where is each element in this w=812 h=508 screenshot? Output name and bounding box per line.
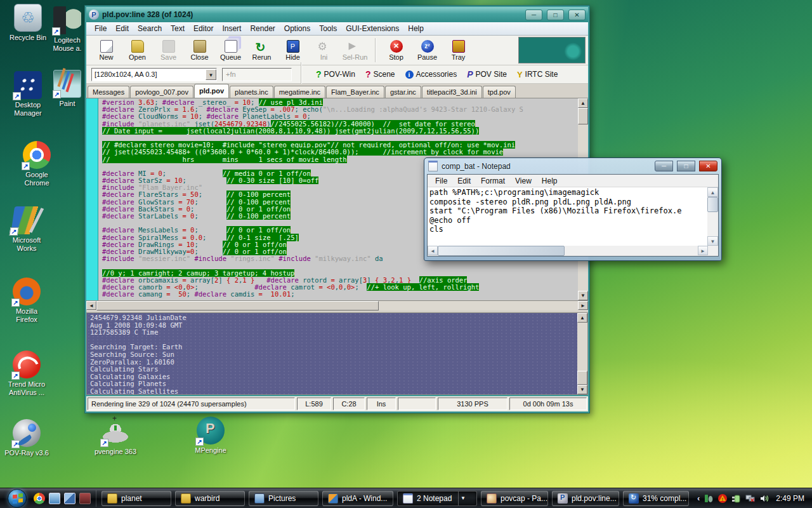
close-button[interactable]: ✕ <box>568 10 586 20</box>
link-accessories[interactable]: iAccessories <box>400 70 462 79</box>
power-plug-icon[interactable] <box>731 493 742 504</box>
menu-search[interactable]: Search <box>133 23 166 34</box>
rerun-button[interactable]: Rerun <box>247 37 277 64</box>
menu-help[interactable]: Help <box>403 23 428 34</box>
notepad-horizontal-scrollbar[interactable]: ◄ ► <box>428 246 718 256</box>
menu-format[interactable]: Format <box>476 175 510 187</box>
menu-gui-extensions[interactable]: GUI-Extensions <box>341 23 403 34</box>
scroll-up-icon[interactable]: ▲ <box>577 313 587 323</box>
menu-help[interactable]: Help <box>537 175 563 187</box>
close-button[interactable]: Close <box>185 37 214 64</box>
taskbar-button-31-compl-[interactable]: 31% compl... <box>623 491 689 506</box>
taskbar-button-planet[interactable]: planet <box>102 491 171 506</box>
dropdown-arrow-icon[interactable]: ▼ <box>206 69 216 80</box>
stop-button[interactable]: ✕Stop <box>381 37 411 64</box>
menu-file[interactable]: File <box>90 23 111 34</box>
scroll-down-icon[interactable]: ▼ <box>577 385 587 394</box>
taskbar-button-2-notepad[interactable]: 2 Notepad▼ <box>397 491 477 506</box>
queue-button[interactable]: Queue <box>216 37 246 64</box>
quicklaunch-chrome-icon[interactable] <box>34 493 45 504</box>
scrollbar-thumb[interactable] <box>577 371 587 385</box>
link-pov-win[interactable]: ?POV-Win <box>311 69 360 79</box>
menu-file[interactable]: File <box>430 175 452 187</box>
tab-flam_bayer.inc[interactable]: Flam_Bayer.inc <box>326 86 384 98</box>
menu-tools[interactable]: Tools <box>315 23 341 34</box>
scroll-up-icon[interactable]: ▲ <box>707 187 718 197</box>
tab-megatime.inc[interactable]: megatime.inc <box>274 86 325 98</box>
scroll-up-icon[interactable]: ▲ <box>578 98 588 108</box>
tab-titlepacif3_3d.ini[interactable]: titlepacif3_3d.ini <box>422 86 482 98</box>
logitech-tray-icon[interactable] <box>704 493 714 504</box>
desktop-icon-pvengine[interactable]: pvengine 363 <box>90 418 141 456</box>
scroll-left-icon[interactable]: ◄ <box>86 301 96 310</box>
messages-vertical-scrollbar[interactable]: ▲ ▼ <box>577 313 587 394</box>
scrollbar-track[interactable] <box>577 323 587 371</box>
menu-edit[interactable]: Edit <box>111 23 133 34</box>
scroll-right-icon[interactable]: ► <box>698 246 708 255</box>
resize-grip[interactable] <box>708 246 718 255</box>
open-button[interactable]: Open <box>122 37 152 64</box>
menu-view[interactable]: View <box>510 175 537 187</box>
editor-horizontal-scrollbar[interactable]: ◄ ► <box>86 300 588 311</box>
menu-insert[interactable]: Insert <box>218 23 246 34</box>
hide-button[interactable]: PHide <box>278 37 308 64</box>
scroll-left-icon[interactable]: ◄ <box>428 246 438 255</box>
maximize-button[interactable]: □ <box>547 10 564 20</box>
scroll-right-icon[interactable]: ► <box>578 301 588 310</box>
notepad-text-area[interactable]: path %PATH%;c:\programing\imagemagickcom… <box>428 187 707 246</box>
povray-titlebar[interactable]: P pld.pov:line 328 (of 1024) ─ □ ✕ <box>86 7 588 22</box>
tab-pld.pov[interactable]: pld.pov <box>194 84 229 98</box>
scrollbar-thumb[interactable] <box>578 108 588 124</box>
menu-edit[interactable]: Edit <box>452 175 476 187</box>
scroll-down-icon[interactable]: ▼ <box>578 291 588 300</box>
notepad-vertical-scrollbar[interactable]: ▲ ▼ <box>707 187 718 246</box>
menu-editor[interactable]: Editor <box>189 23 218 34</box>
desktop-icon-chrome[interactable]: Google Chrome <box>11 141 62 187</box>
quicklaunch-app-icon[interactable] <box>79 493 91 504</box>
desktop-icon-povray[interactable]: POV-Ray v3.6 <box>1 419 52 457</box>
taskbar-button-pld-pov-line-[interactable]: pld.pov:line... <box>552 491 619 506</box>
maximize-button[interactable]: □ <box>677 161 695 171</box>
desktop-icon-mpengine[interactable]: MPengine <box>185 417 236 455</box>
scrollbar-thumb[interactable] <box>96 301 379 311</box>
menu-render[interactable]: Render <box>246 23 279 34</box>
taskbar-button-povcap-pa-[interactable]: povcap - Pa... <box>481 491 548 506</box>
speaker-icon[interactable] <box>759 493 769 504</box>
minimize-button[interactable]: ─ <box>525 10 542 20</box>
desktop-icon-trend[interactable]: Trend Micro AntiVirus ... <box>1 351 52 397</box>
link-scene[interactable]: ?Scene <box>360 69 400 79</box>
tab-tpd.pov[interactable]: tpd.pov <box>483 86 516 98</box>
scrollbar-track[interactable] <box>379 301 578 311</box>
desktop-icon-firefox[interactable]: Mozilla Firefox <box>1 277 52 324</box>
link-irtc-site[interactable]: YIRTC Site <box>512 70 563 79</box>
taskbar-button-plda-wind-[interactable]: pldA - Wind... <box>322 491 393 506</box>
tab-messages[interactable]: Messages <box>88 86 129 98</box>
tray-expand-icon[interactable]: ‹ <box>697 493 700 503</box>
notepad-titlebar[interactable]: comp_bat - Notepad ─ □ ✕ <box>427 158 719 174</box>
taskbar-button-warbird[interactable]: warbird <box>175 491 245 506</box>
scrollbar-track[interactable] <box>565 246 698 256</box>
close-button[interactable]: ✕ <box>699 161 717 171</box>
resolution-dropdown[interactable]: [1280x1024, AA 0.3] ▼ <box>91 68 217 81</box>
command-line-input[interactable]: +fn <box>222 68 292 81</box>
scrollbar-thumb[interactable] <box>707 197 718 212</box>
start-button[interactable] <box>8 489 27 508</box>
render-preview-thumbnail[interactable] <box>518 37 586 64</box>
scrollbar-track[interactable] <box>707 212 718 236</box>
scrollbar-thumb[interactable] <box>438 246 565 256</box>
menu-options[interactable]: Options <box>280 23 315 34</box>
link-pov-site[interactable]: PPOV Site <box>462 69 512 79</box>
scroll-down-icon[interactable]: ▼ <box>707 236 718 246</box>
quicklaunch-switch-windows-icon[interactable] <box>64 493 75 504</box>
new-button[interactable]: New <box>91 37 121 64</box>
network-disconnected-icon[interactable]: ✕ <box>745 493 756 504</box>
tab-gstar.inc[interactable]: gstar.inc <box>385 86 421 98</box>
minimize-button[interactable]: ─ <box>655 161 673 171</box>
tab-planets.inc[interactable]: planets.inc <box>230 86 273 98</box>
taskbar-button-pictures[interactable]: Pictures <box>249 491 318 506</box>
desktop-icon-works[interactable]: Microsoft Works <box>1 206 52 253</box>
tab-povlogo_007.pov[interactable]: povlogo_007.pov <box>130 86 193 98</box>
tray-button[interactable]: Tray <box>443 37 473 64</box>
quicklaunch-show-desktop-icon[interactable] <box>49 493 60 504</box>
trend-micro-tray-icon[interactable]: ! <box>717 493 728 504</box>
